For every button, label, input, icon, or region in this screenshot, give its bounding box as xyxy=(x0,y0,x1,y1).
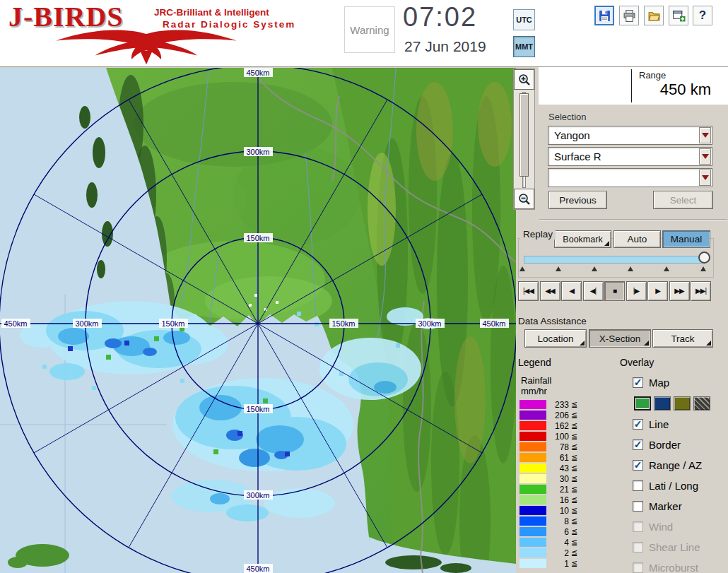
zoom-in-button[interactable] xyxy=(514,69,534,90)
mmt-label: MMT xyxy=(515,42,533,51)
station-select[interactable]: Yangon xyxy=(548,126,712,145)
corner-arrow-icon xyxy=(706,341,711,345)
lte-symbol: ≦ xyxy=(571,442,577,451)
skip-to-start-button[interactable]: |◀◀ xyxy=(518,281,539,301)
overlay-item-label: Range / AZ xyxy=(649,459,702,471)
corner-arrow-icon xyxy=(580,341,585,345)
legend-value: 4 xyxy=(546,538,569,548)
mmt-button[interactable]: MMT xyxy=(513,36,535,57)
lte-symbol: ≦ xyxy=(571,463,577,473)
print-button[interactable] xyxy=(619,6,639,25)
zoom-out-button[interactable] xyxy=(514,189,534,209)
overlay-item-border[interactable]: ✓Border xyxy=(633,435,727,455)
replay-slider-track[interactable] xyxy=(524,256,705,264)
checkbox-lati-long[interactable] xyxy=(633,480,643,491)
legend-value: 233 xyxy=(546,400,569,410)
legend-color-swatch xyxy=(519,495,546,504)
corner-arrow-icon xyxy=(604,241,609,246)
map-color-swatch-2[interactable] xyxy=(654,396,671,410)
legend-color-swatch xyxy=(519,538,546,547)
overlay-item-wind[interactable]: Wind xyxy=(633,516,727,537)
product-select-arrow[interactable] xyxy=(699,148,711,165)
bookmark-label: Bookmark xyxy=(563,235,602,244)
warning-indicator[interactable]: Warning xyxy=(344,6,395,53)
help-button[interactable]: ? xyxy=(693,6,712,25)
svg-text:150km: 150km xyxy=(331,319,355,328)
range-divider xyxy=(631,69,632,102)
bookmark-button[interactable]: Bookmark xyxy=(554,230,611,248)
lte-symbol: ≦ xyxy=(571,485,577,494)
radar-map-canvas: 450km 300km 150km 150km 300km 450km 450k… xyxy=(0,68,516,573)
station-select-value: Yangon xyxy=(554,129,590,141)
fast-rewind-button[interactable]: ◀◀ xyxy=(540,281,560,301)
legend-value: 8 xyxy=(546,516,569,526)
track-button[interactable]: Track xyxy=(652,329,713,348)
map-color-swatch-3[interactable] xyxy=(674,396,691,410)
zoom-panel xyxy=(513,69,535,210)
skip-to-end-button[interactable]: ▶▶| xyxy=(691,281,711,301)
overlay-item-lati-long[interactable]: Lati / Long xyxy=(633,475,727,496)
step-forward-button[interactable]: |▶ xyxy=(626,281,647,301)
legend-value: 16 xyxy=(546,495,569,505)
utc-button[interactable]: UTC xyxy=(513,9,535,30)
product-select-value: Surface R xyxy=(554,150,601,163)
lte-symbol: ≦ xyxy=(571,516,577,526)
stop-button[interactable]: ■ xyxy=(604,281,625,301)
overlay-item-label: Border xyxy=(649,439,681,451)
legend-row-78: 78≦ xyxy=(519,442,590,452)
station-select-arrow[interactable] xyxy=(699,127,711,143)
fast-forward-button[interactable]: ▶▶ xyxy=(669,281,690,301)
location-button[interactable]: Location xyxy=(524,329,587,348)
play-reverse-button[interactable]: ◀ xyxy=(561,281,582,301)
logo-subtitle-2: Radar Dialogic System xyxy=(163,19,295,30)
overlay-item-marker[interactable]: Marker xyxy=(633,496,727,516)
step-back-button[interactable]: ◀| xyxy=(583,281,604,301)
legend-color-swatch xyxy=(519,421,546,430)
checkbox-wind[interactable] xyxy=(633,521,643,532)
x-section-button[interactable]: X-Section xyxy=(589,329,651,348)
add-window-button[interactable] xyxy=(669,6,688,25)
lte-symbol: ≦ xyxy=(571,538,577,547)
checkbox-map[interactable]: ✓ xyxy=(633,377,643,388)
overlay-item-shear-line[interactable]: Shear Line xyxy=(633,537,727,557)
radar-map[interactable]: 450km 300km 150km 150km 300km 450km 450k… xyxy=(0,68,516,573)
legend-unit-line1: Rainfall xyxy=(521,375,551,386)
header-bar: J-BIRDS JRC-Brilliant & Intelligent Rada… xyxy=(0,0,728,67)
checkbox-microburst[interactable] xyxy=(633,562,643,573)
replay-slider-handle[interactable] xyxy=(698,252,710,264)
range-label: Range xyxy=(639,70,666,81)
manual-button[interactable]: Manual xyxy=(662,230,710,248)
play-button[interactable]: ▶ xyxy=(647,281,668,301)
product-select[interactable]: Surface R xyxy=(548,147,712,166)
map-color-swatch-4[interactable] xyxy=(693,396,710,410)
overlay-item-label: Microburst xyxy=(649,562,698,573)
lte-symbol: ≦ xyxy=(571,559,577,568)
legend-color-swatch xyxy=(519,442,546,451)
overlay-item-map[interactable]: ✓Map xyxy=(633,372,727,393)
overlay-item-line[interactable]: ✓Line xyxy=(633,414,727,435)
svg-text:300km: 300km xyxy=(246,148,269,156)
svg-text:300km: 300km xyxy=(75,319,98,328)
auto-button[interactable]: Auto xyxy=(613,230,661,248)
zoom-slider-thumb[interactable] xyxy=(519,93,529,177)
clock-date: 27 Jun 2019 xyxy=(404,38,486,55)
select-button[interactable]: Select xyxy=(653,191,713,209)
slider-tick xyxy=(592,266,597,271)
save-button[interactable] xyxy=(594,6,614,25)
overlay-item-microburst[interactable]: Microburst xyxy=(633,557,727,573)
checkbox-line[interactable]: ✓ xyxy=(633,419,643,430)
add-window-icon xyxy=(672,9,686,23)
previous-button[interactable]: Previous xyxy=(548,191,607,209)
slider-tick xyxy=(664,266,669,271)
overlay-item-range-az[interactable]: ✓Range / AZ xyxy=(633,455,727,475)
legend-row-233: 233≦ xyxy=(519,399,590,410)
map-color-swatch-1[interactable] xyxy=(634,396,651,410)
legend-row-162: 162≦ xyxy=(519,420,590,431)
checkbox-marker[interactable] xyxy=(633,501,643,512)
checkbox-shear-line[interactable] xyxy=(633,542,643,553)
option-select-arrow[interactable] xyxy=(699,170,711,186)
open-folder-button[interactable] xyxy=(644,6,664,25)
option-select[interactable] xyxy=(548,168,712,187)
checkbox-range-az[interactable]: ✓ xyxy=(633,460,643,471)
checkbox-border[interactable]: ✓ xyxy=(633,439,643,450)
